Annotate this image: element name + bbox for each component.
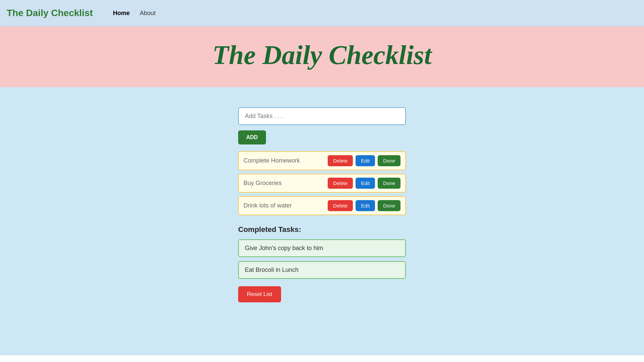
delete-button[interactable]: Delete: [328, 178, 353, 189]
nav-item-about[interactable]: About: [140, 10, 156, 17]
main-content: ADD Complete Homework Delete Edit Done B…: [0, 87, 644, 355]
navbar-nav: Home About: [113, 10, 156, 17]
done-button[interactable]: Done: [378, 178, 400, 189]
table-row: Complete Homework Delete Edit Done: [238, 151, 406, 170]
add-task-input[interactable]: [238, 107, 406, 125]
hero-banner: The Daily Checklist: [0, 26, 644, 87]
hero-title: The Daily Checklist: [7, 40, 637, 70]
task-actions: Delete Edit Done: [328, 155, 400, 166]
delete-button[interactable]: Delete: [328, 200, 353, 211]
done-button[interactable]: Done: [378, 200, 400, 211]
nav-link-about[interactable]: About: [140, 10, 156, 16]
task-text: Drink lots of water: [244, 202, 328, 209]
nav-link-home[interactable]: Home: [113, 10, 130, 16]
task-actions: Delete Edit Done: [328, 178, 400, 189]
edit-button[interactable]: Edit: [356, 178, 375, 189]
nav-item-home[interactable]: Home: [113, 10, 130, 17]
table-row: Buy Groceries Delete Edit Done: [238, 174, 406, 193]
list-item: Eat Brocoli in Lunch: [238, 261, 406, 279]
completed-title: Completed Tasks:: [238, 225, 406, 234]
edit-button[interactable]: Edit: [356, 200, 375, 211]
table-row: Drink lots of water Delete Edit Done: [238, 196, 406, 215]
task-actions: Delete Edit Done: [328, 200, 400, 211]
delete-button[interactable]: Delete: [328, 155, 353, 166]
reset-list-button[interactable]: Reset List: [238, 286, 281, 302]
task-container: ADD Complete Homework Delete Edit Done B…: [238, 107, 406, 302]
add-task-button[interactable]: ADD: [238, 130, 266, 144]
task-text: Complete Homework: [244, 157, 328, 164]
completed-section: Completed Tasks: Give John's copy back t…: [238, 225, 406, 302]
edit-button[interactable]: Edit: [356, 155, 375, 166]
task-text: Buy Groceries: [244, 180, 328, 187]
navbar: The Daily Checklist Home About: [0, 0, 644, 26]
navbar-brand[interactable]: The Daily Checklist: [7, 8, 93, 18]
task-list: Complete Homework Delete Edit Done Buy G…: [238, 151, 406, 215]
list-item: Give John's copy back to him: [238, 239, 406, 257]
done-button[interactable]: Done: [378, 155, 400, 166]
